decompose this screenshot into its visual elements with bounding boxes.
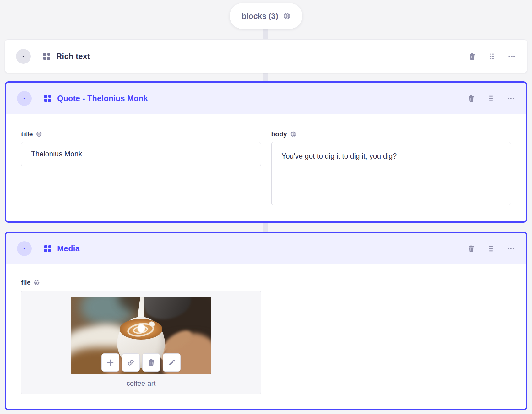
add-media-button[interactable] xyxy=(101,353,119,372)
drag-handle-icon xyxy=(488,52,496,60)
drag-handle[interactable] xyxy=(487,245,495,253)
blocks-grid-icon xyxy=(43,94,52,103)
block-title: Media xyxy=(57,244,80,253)
more-options-icon xyxy=(507,245,515,253)
field-label: title xyxy=(21,130,261,138)
caret-up-icon xyxy=(22,96,27,101)
block-header: Media xyxy=(6,233,526,264)
block-title: Quote - Thelonius Monk xyxy=(57,94,148,103)
title-input[interactable] xyxy=(21,142,261,166)
block-title: Rich text xyxy=(56,52,90,61)
delete-media-button[interactable] xyxy=(142,353,160,372)
block-actions xyxy=(467,95,517,102)
more-options-button[interactable] xyxy=(507,95,515,102)
block-header: Quote - Thelonius Monk xyxy=(6,83,526,114)
more-options-icon xyxy=(507,95,515,102)
edit-icon xyxy=(168,358,176,367)
media-toolbar xyxy=(101,353,181,372)
field-label: body xyxy=(271,130,511,138)
blocks-grid-icon xyxy=(43,244,52,253)
delete-block-button[interactable] xyxy=(467,245,475,253)
body-textarea[interactable]: You've got to dig it to dig it, you dig? xyxy=(271,142,511,205)
more-options-icon xyxy=(508,52,516,60)
trash-icon xyxy=(467,245,475,253)
blocks-field-label: blocks (3) xyxy=(242,12,278,21)
drag-handle[interactable] xyxy=(488,52,496,60)
media-file-name: coffee-art xyxy=(21,379,261,388)
block-media: Media file xyxy=(5,232,527,410)
globe-icon xyxy=(36,131,42,137)
caret-up-icon xyxy=(22,246,27,251)
delete-block-button[interactable] xyxy=(467,95,475,102)
globe-icon xyxy=(34,279,40,286)
block-content: file xyxy=(6,264,526,409)
field-label-text: file xyxy=(21,279,30,286)
field-title: title xyxy=(21,130,261,206)
add-icon xyxy=(106,358,115,367)
block-actions xyxy=(467,245,517,253)
photo-milk-stream xyxy=(138,324,145,333)
block-header: Rich text xyxy=(5,40,527,73)
drag-handle-icon xyxy=(487,95,495,102)
block-rich-text: Rich text xyxy=(5,39,527,73)
block-quote: Quote - Thelonius Monk title body xyxy=(5,81,527,223)
expand-toggle-button[interactable] xyxy=(16,49,31,64)
media-file-card: coffee-art xyxy=(21,291,261,394)
caret-down-icon xyxy=(21,54,26,59)
copy-link-button[interactable] xyxy=(122,353,140,372)
drag-handle[interactable] xyxy=(487,95,495,102)
field-label-text: body xyxy=(271,130,287,138)
more-options-button[interactable] xyxy=(507,245,515,253)
more-options-button[interactable] xyxy=(508,52,516,60)
field-label-text: title xyxy=(21,130,33,138)
link-icon xyxy=(127,358,135,367)
delete-block-button[interactable] xyxy=(468,52,476,60)
blocks-grid-icon xyxy=(42,52,51,61)
drag-handle-icon xyxy=(487,245,495,253)
blocks-field-pill[interactable]: blocks (3) xyxy=(230,3,302,29)
trash-icon xyxy=(468,52,476,60)
block-actions xyxy=(468,52,518,60)
media-preview-image xyxy=(71,297,211,374)
collapse-toggle-button[interactable] xyxy=(17,241,32,256)
globe-icon xyxy=(283,12,290,20)
edit-media-button[interactable] xyxy=(163,353,181,372)
trash-icon xyxy=(467,95,475,102)
trash-icon xyxy=(147,358,155,367)
blocks-list: Rich text Quote - Thelonius Monk xyxy=(5,39,527,410)
block-content: title body You've got to dig it to dig i… xyxy=(6,114,526,221)
globe-icon xyxy=(290,131,296,137)
field-label: file xyxy=(21,279,511,286)
collapse-toggle-button[interactable] xyxy=(17,91,32,106)
field-body: body You've got to dig it to dig it, you… xyxy=(271,130,511,206)
